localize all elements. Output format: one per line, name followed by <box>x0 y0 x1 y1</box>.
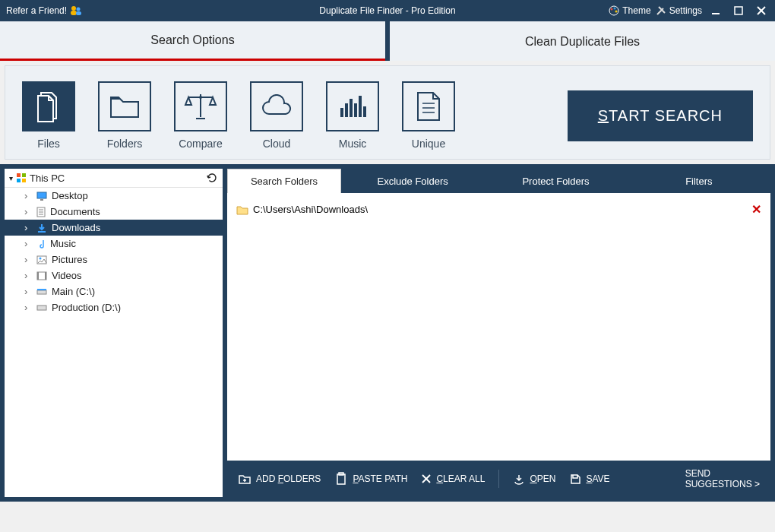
theme-label: Theme <box>622 5 650 16</box>
toolbar: Files Folders Compare Cloud Music Unique… <box>5 65 770 160</box>
close-button[interactable] <box>752 3 770 18</box>
tools-icon <box>656 5 666 16</box>
refer-friend-link[interactable]: Refer a Friend! <box>0 5 82 16</box>
sub-tabs: Search Folders Exclude Folders Protect F… <box>227 169 770 193</box>
minimize-button[interactable] <box>707 3 725 18</box>
svg-rect-17 <box>345 103 348 117</box>
sub-tab-filters[interactable]: Filters <box>628 169 770 193</box>
document-icon <box>36 207 46 217</box>
folder-path: C:\Users\Ashi\Downloads\ <box>253 204 368 215</box>
clear-all-button[interactable]: CLEAR ALL <box>421 473 485 484</box>
folders-icon <box>108 93 141 120</box>
maximize-button[interactable] <box>729 3 748 18</box>
add-folders-button[interactable]: ADD FOLDERS <box>238 472 321 486</box>
minimize-icon <box>711 6 720 15</box>
toolbar-item-unique-label: Unique <box>412 138 445 150</box>
paste-path-button[interactable]: PASTE PATH <box>334 472 407 486</box>
toolbar-item-folders-label: Folders <box>107 138 143 150</box>
svg-rect-28 <box>22 179 26 182</box>
tree-node-label: Documents <box>50 206 100 217</box>
svg-rect-9 <box>735 7 742 14</box>
settings-button[interactable]: Settings <box>656 5 702 16</box>
sub-tab-label: Exclude Folders <box>378 176 448 187</box>
tree-node-label: Main (C:\) <box>52 286 95 297</box>
settings-label: Settings <box>669 5 702 16</box>
bottom-bar: ADD FOLDERS PASTE PATH CLEAR ALL OPEN SA… <box>227 461 770 497</box>
chevron-right-icon: › <box>24 286 32 297</box>
sub-tab-label: Search Folders <box>251 176 318 187</box>
svg-rect-25 <box>17 173 21 177</box>
toolbar-item-cloud[interactable]: Cloud <box>250 81 303 150</box>
svg-rect-42 <box>37 289 46 290</box>
title-bar: Refer a Friend! Duplicate File Finder - … <box>0 0 775 21</box>
tab-clean-duplicates[interactable]: Clean Duplicate Files <box>390 21 775 61</box>
toolbar-item-music-label: Music <box>339 138 367 150</box>
files-icon <box>33 90 64 123</box>
toolbar-item-files[interactable]: Files <box>22 81 75 150</box>
unique-icon <box>415 90 442 123</box>
tree-node-label: Pictures <box>52 254 87 265</box>
svg-rect-26 <box>22 173 26 177</box>
folder-row[interactable]: C:\Users\Ashi\Downloads\ ✕ <box>236 199 761 220</box>
tree-node-drive-c[interactable]: ›Main (C:\) <box>5 283 223 299</box>
svg-rect-27 <box>17 179 21 182</box>
svg-rect-2 <box>71 11 77 15</box>
tree-node-videos[interactable]: ›Videos <box>5 268 223 283</box>
tree-node-downloads[interactable]: ›Downloads <box>5 220 223 236</box>
svg-rect-41 <box>37 290 46 294</box>
download-icon <box>36 223 47 233</box>
monitor-icon <box>36 192 47 201</box>
drive-icon <box>36 288 47 296</box>
top-tabs: Search Options Clean Duplicate Files <box>0 21 775 61</box>
picture-icon <box>36 255 47 264</box>
chevron-right-icon: › <box>24 302 32 313</box>
video-icon <box>36 271 47 280</box>
sub-tab-protect-folders[interactable]: Protect Folders <box>484 169 627 193</box>
remove-folder-button[interactable]: ✕ <box>751 202 761 217</box>
chevron-right-icon: › <box>24 190 32 201</box>
toolbar-item-cloud-label: Cloud <box>263 138 291 150</box>
drive-icon <box>36 304 47 312</box>
start-search-button[interactable]: START SEARCH <box>568 90 753 141</box>
tree-node-label: Downloads <box>52 222 100 233</box>
svg-rect-3 <box>76 11 81 15</box>
theme-button[interactable]: Theme <box>609 5 650 16</box>
tree-node-desktop[interactable]: ›Desktop <box>5 188 223 204</box>
palette-icon <box>609 5 619 16</box>
tree-root[interactable]: ▾ This PC <box>5 169 223 188</box>
maximize-icon <box>734 6 743 15</box>
tab-search-options[interactable]: Search Options <box>0 21 385 61</box>
toolbar-item-compare[interactable]: Compare <box>174 81 227 150</box>
svg-point-14 <box>199 96 202 99</box>
svg-rect-21 <box>363 106 366 117</box>
people-icon <box>70 5 82 16</box>
svg-point-0 <box>71 6 76 11</box>
sub-tab-search-folders[interactable]: Search Folders <box>227 169 341 193</box>
toolbar-item-music[interactable]: Music <box>326 81 379 150</box>
compare-icon <box>182 91 219 122</box>
toolbar-item-folders[interactable]: Folders <box>98 81 151 150</box>
refresh-button[interactable] <box>206 172 218 184</box>
open-button[interactable]: OPEN <box>513 473 555 485</box>
tree-node-music[interactable]: ›Music <box>5 236 223 252</box>
svg-rect-16 <box>340 108 343 117</box>
tree-node-pictures[interactable]: ›Pictures <box>5 252 223 268</box>
tree-node-drive-d[interactable]: ›Production (D:\) <box>5 299 223 315</box>
tab-search-options-label: Search Options <box>150 33 234 47</box>
svg-rect-40 <box>45 272 46 280</box>
clipboard-icon <box>334 472 348 486</box>
send-suggestions-button[interactable]: SEND SUGGESTIONS > <box>685 468 760 490</box>
toolbar-item-unique[interactable]: Unique <box>402 81 455 150</box>
right-pane: Search Folders Exclude Folders Protect F… <box>227 169 770 497</box>
chevron-right-icon: › <box>24 222 32 233</box>
svg-rect-30 <box>40 199 43 201</box>
save-button[interactable]: SAVE <box>569 473 609 485</box>
svg-point-5 <box>611 8 613 11</box>
chevron-right-icon: › <box>24 270 32 281</box>
chevron-right-icon: › <box>24 254 32 265</box>
svg-rect-20 <box>359 96 362 117</box>
tree-node-documents[interactable]: ›Documents <box>5 204 223 220</box>
sub-tab-exclude-folders[interactable]: Exclude Folders <box>341 169 484 193</box>
sub-tab-label: Protect Folders <box>522 176 589 187</box>
separator <box>498 470 499 488</box>
